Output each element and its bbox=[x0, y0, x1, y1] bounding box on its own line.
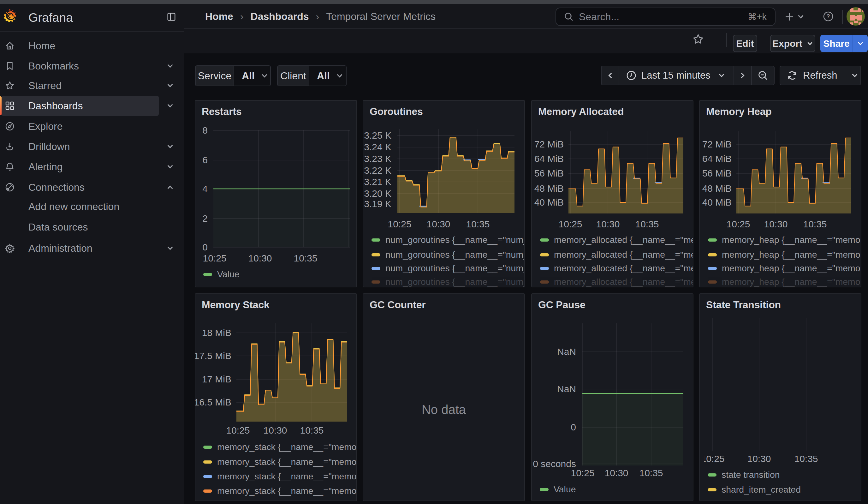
svg-text:?: ? bbox=[827, 13, 830, 20]
